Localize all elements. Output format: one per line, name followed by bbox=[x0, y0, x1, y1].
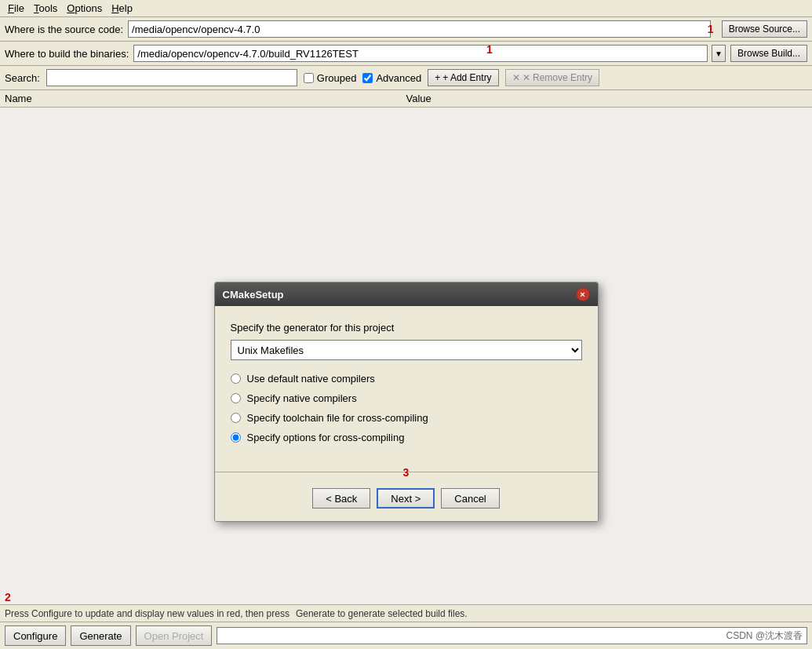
menu-tools[interactable]: Tools bbox=[29, 1, 62, 16]
modal-divider bbox=[215, 472, 598, 472]
search-row: Search: Grouped Advanced + + Add Entry ✕… bbox=[0, 66, 812, 90]
source-row: Where is the source code: 1 Browse Sourc… bbox=[0, 17, 812, 42]
radio-options-cross[interactable] bbox=[231, 432, 241, 443]
grouped-label: Grouped bbox=[317, 72, 357, 84]
radio-default-label: Use default native compilers bbox=[247, 373, 375, 385]
build-label: Where to build the binaries: bbox=[5, 48, 129, 60]
browse-source-button[interactable]: Browse Source... bbox=[722, 20, 807, 38]
add-entry-button[interactable]: + + Add Entry bbox=[428, 69, 498, 86]
grouped-checkbox-group: Grouped bbox=[304, 72, 357, 84]
compiler-radio-group: Use default native compilers Specify nat… bbox=[231, 373, 582, 443]
build-input[interactable] bbox=[133, 45, 708, 62]
radio-specify-native-label: Specify native compilers bbox=[247, 392, 357, 404]
main-content: 2 Press Configure to update and display … bbox=[0, 108, 812, 649]
radio-item-specify-native[interactable]: Specify native compilers bbox=[231, 392, 582, 404]
advanced-checkbox-group: Advanced bbox=[362, 72, 421, 84]
annotation-3: 3 bbox=[403, 466, 410, 479]
col-name-header: Name bbox=[5, 93, 406, 104]
search-label: Search: bbox=[5, 72, 40, 84]
radio-item-toolchain[interactable]: Specify toolchain file for cross-compili… bbox=[231, 412, 582, 424]
radio-item-options-cross[interactable]: Specify options for cross-compiling bbox=[231, 432, 582, 443]
modal-close-button[interactable]: × bbox=[576, 287, 590, 301]
radio-item-default[interactable]: Use default native compilers bbox=[231, 373, 582, 385]
menubar: File Tools Options Help bbox=[0, 0, 812, 17]
radio-options-cross-label: Specify options for cross-compiling bbox=[247, 432, 405, 443]
radio-specify-native[interactable] bbox=[231, 393, 241, 403]
remove-icon: ✕ bbox=[512, 72, 520, 83]
remove-entry-button[interactable]: ✕ ✕ Remove Entry bbox=[505, 69, 599, 86]
menu-file[interactable]: File bbox=[3, 1, 29, 16]
next-button[interactable]: Next > bbox=[377, 488, 435, 509]
build-row: Where to build the binaries: ▼ 1 Browse … bbox=[0, 42, 812, 66]
modal-body: Specify the generator for this project U… bbox=[215, 306, 598, 464]
advanced-label: Advanced bbox=[376, 72, 421, 84]
radio-toolchain[interactable] bbox=[231, 413, 241, 423]
browse-build-button[interactable]: Browse Build... bbox=[730, 45, 807, 62]
radio-default-native[interactable] bbox=[231, 374, 241, 384]
search-input[interactable] bbox=[46, 69, 297, 86]
source-input[interactable] bbox=[128, 20, 711, 38]
menu-help[interactable]: Help bbox=[107, 1, 137, 16]
generator-select[interactable]: Unix Makefiles Ninja CodeBlocks - Ninja … bbox=[231, 340, 582, 360]
modal-title: CMakeSetup bbox=[223, 289, 284, 301]
col-value-header: Value bbox=[406, 93, 808, 104]
modal-overlay: CMakeSetup × Specify the generator for t… bbox=[0, 108, 812, 649]
add-entry-label: + Add Entry bbox=[442, 72, 491, 83]
cmake-setup-dialog: CMakeSetup × Specify the generator for t… bbox=[214, 282, 599, 522]
generator-section-label: Specify the generator for this project bbox=[231, 322, 582, 334]
advanced-checkbox[interactable] bbox=[362, 73, 373, 83]
cancel-button[interactable]: Cancel bbox=[441, 488, 499, 509]
build-dropdown-arrow[interactable]: ▼ bbox=[712, 45, 726, 62]
grouped-checkbox[interactable] bbox=[304, 73, 314, 83]
table-header: Name Value bbox=[0, 90, 812, 108]
add-icon: + bbox=[435, 72, 440, 83]
remove-entry-label: ✕ Remove Entry bbox=[523, 72, 592, 83]
source-label: Where is the source code: bbox=[5, 24, 123, 35]
menu-options[interactable]: Options bbox=[62, 1, 107, 16]
back-button[interactable]: < Back bbox=[312, 488, 370, 509]
modal-titlebar: CMakeSetup × bbox=[215, 283, 598, 306]
radio-toolchain-label: Specify toolchain file for cross-compili… bbox=[247, 412, 428, 424]
app-container: Where is the source code: 1 Browse Sourc… bbox=[0, 17, 812, 649]
modal-footer: 3 < Back Next > Cancel bbox=[215, 480, 598, 521]
